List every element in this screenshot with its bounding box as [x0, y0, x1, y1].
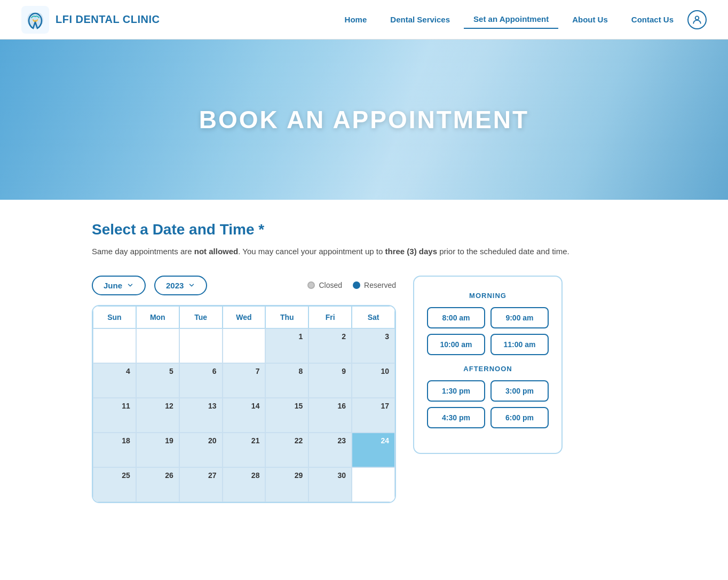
afternoon-slots: 1:30 pm3:00 pm4:30 pm6:00 pm — [427, 380, 549, 428]
calendar-cell[interactable]: 5 — [136, 363, 179, 398]
year-value: 2023 — [166, 281, 184, 290]
svg-point-1 — [695, 16, 699, 20]
calendar-cell[interactable]: 22 — [265, 433, 308, 467]
calendar-cell[interactable]: 17 — [352, 398, 395, 433]
afternoon-label: AFTERNOON — [427, 365, 549, 373]
calendar-section: June 2023 Closed Reserved — [92, 276, 396, 503]
main-content: Select a Date and Time * Same day appoin… — [70, 221, 658, 503]
calendar-day-header: Wed — [223, 306, 266, 328]
calendar-day-header: Sat — [352, 306, 395, 328]
calendar-cell[interactable]: 4 — [93, 363, 136, 398]
nav-links: Home Dental Services Set an Appointment … — [335, 10, 707, 29]
legend-closed-label: Closed — [319, 281, 342, 289]
calendar-day-header: Sun — [93, 306, 136, 328]
calendar-body[interactable]: 1234567891011121314151617181920212223242… — [93, 328, 395, 502]
calendar-cell[interactable]: 10 — [352, 363, 395, 398]
desc-part1: Same day appointments are — [92, 247, 194, 256]
navbar: LFI DENTAL CLINIC Home Dental Services S… — [0, 0, 728, 40]
calendar-legend: Closed Reserved — [307, 281, 396, 289]
calendar-area: June 2023 Closed Reserved — [92, 276, 636, 503]
calendar-cell[interactable]: 19 — [136, 433, 179, 467]
calendar-cell[interactable]: 3 — [352, 328, 395, 363]
afternoon-time-slot[interactable]: 3:00 pm — [490, 380, 549, 402]
calendar-cell[interactable]: 14 — [223, 398, 266, 433]
calendar-cell[interactable]: 24 — [352, 433, 395, 467]
legend-reserved: Reserved — [353, 281, 396, 289]
calendar-cell[interactable]: 29 — [265, 467, 308, 502]
morning-time-slot[interactable]: 10:00 am — [427, 334, 485, 355]
morning-label: MORNING — [427, 292, 549, 300]
calendar-cell[interactable]: 13 — [179, 398, 223, 433]
month-selector[interactable]: June — [92, 276, 146, 295]
calendar-cell[interactable]: 2 — [308, 328, 352, 363]
morning-time-slot[interactable]: 9:00 am — [490, 307, 549, 328]
calendar-cell[interactable]: 21 — [223, 433, 266, 467]
legend-closed: Closed — [307, 281, 342, 289]
calendar-cell[interactable]: 7 — [223, 363, 266, 398]
reserved-dot — [353, 281, 360, 289]
calendar-cell[interactable]: 28 — [223, 467, 266, 502]
hero-title: BOOK AN APPOINTMENT — [199, 105, 529, 134]
hero-banner: BOOK AN APPOINTMENT — [0, 40, 728, 200]
legend-reserved-label: Reserved — [364, 281, 396, 289]
logo-text: LFI DENTAL CLINIC — [56, 13, 160, 26]
calendar-cell[interactable]: 20 — [179, 433, 223, 467]
morning-time-slot[interactable]: 11:00 am — [490, 334, 549, 355]
nav-home[interactable]: Home — [335, 11, 377, 28]
afternoon-time-slot[interactable]: 1:30 pm — [427, 380, 485, 402]
logo-icon — [21, 6, 49, 34]
calendar-cell[interactable]: 25 — [93, 467, 136, 502]
nav-contact-us[interactable]: Contact Us — [622, 11, 683, 28]
calendar-day-header: Mon — [136, 306, 179, 328]
morning-slots: 8:00 am9:00 am10:00 am11:00 am — [427, 307, 549, 355]
section-title: Select a Date and Time * — [92, 221, 636, 238]
calendar-cell[interactable]: 30 — [308, 467, 352, 502]
calendar-cell[interactable]: 1 — [265, 328, 308, 363]
time-panel: MORNING 8:00 am9:00 am10:00 am11:00 am A… — [413, 276, 563, 454]
calendar-cell — [93, 328, 136, 363]
selectors-row: June 2023 Closed Reserved — [92, 276, 396, 295]
desc-bold1: not allowed — [194, 247, 239, 256]
logo[interactable]: LFI DENTAL CLINIC — [21, 6, 160, 34]
calendar-day-header: Thu — [265, 306, 308, 328]
desc-part2: . You may cancel your appointment up to — [238, 247, 385, 256]
chevron-down-icon-year — [188, 281, 195, 289]
chevron-down-icon — [126, 281, 134, 289]
calendar-cell[interactable]: 16 — [308, 398, 352, 433]
year-selector[interactable]: 2023 — [154, 276, 207, 295]
calendar-grid-wrapper: SunMonTueWedThuFriSat 123456789101112131… — [92, 305, 396, 503]
calendar-cell — [179, 328, 223, 363]
user-account-icon[interactable] — [687, 10, 707, 29]
section-description: Same day appointments are not allowed. Y… — [92, 245, 636, 258]
nav-dental-services[interactable]: Dental Services — [381, 11, 460, 28]
calendar-cell[interactable]: 9 — [308, 363, 352, 398]
calendar-cell — [136, 328, 179, 363]
calendar-cell[interactable]: 6 — [179, 363, 223, 398]
calendar-cell[interactable]: 15 — [265, 398, 308, 433]
calendar-day-header: Fri — [308, 306, 352, 328]
calendar-cell[interactable]: 27 — [179, 467, 223, 502]
morning-time-slot[interactable]: 8:00 am — [427, 307, 485, 328]
calendar-cell[interactable]: 18 — [93, 433, 136, 467]
desc-part3: prior to the scheduled date and time. — [437, 247, 569, 256]
calendar-day-header: Tue — [179, 306, 223, 328]
closed-dot — [307, 281, 315, 289]
calendar-header: SunMonTueWedThuFriSat — [93, 306, 395, 328]
calendar-cell[interactable]: 8 — [265, 363, 308, 398]
nav-about-us[interactable]: About Us — [563, 11, 618, 28]
month-value: June — [104, 281, 122, 290]
afternoon-time-slot[interactable]: 6:00 pm — [490, 407, 549, 428]
calendar-cell — [223, 328, 266, 363]
nav-set-appointment[interactable]: Set an Appointment — [464, 10, 558, 29]
calendar-cell[interactable]: 11 — [93, 398, 136, 433]
afternoon-time-slot[interactable]: 4:30 pm — [427, 407, 485, 428]
calendar-cell[interactable]: 23 — [308, 433, 352, 467]
calendar-cell[interactable]: 26 — [136, 467, 179, 502]
calendar-cell — [352, 467, 395, 502]
desc-bold2: three (3) days — [385, 247, 437, 256]
calendar-cell[interactable]: 12 — [136, 398, 179, 433]
